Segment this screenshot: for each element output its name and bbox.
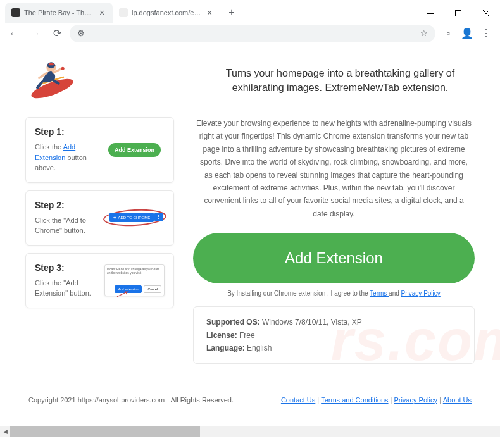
- address-bar[interactable]: ⚙ ☆: [70, 25, 435, 42]
- extensions-icon[interactable]: ▫: [439, 25, 457, 42]
- close-icon[interactable]: ×: [205, 8, 214, 17]
- main-column: Elevate your browsing experience to new …: [193, 117, 475, 364]
- reload-button[interactable]: ⟳: [48, 25, 66, 42]
- description: Elevate your browsing experience to new …: [193, 117, 475, 220]
- browser-tab-1[interactable]: The Pirate Bay - The galaxy's m... ×: [5, 3, 113, 23]
- steps-column: Step 1: Click the Add Extension button a…: [25, 117, 174, 364]
- step-1: Step 1: Click the Add Extension button a…: [25, 117, 174, 183]
- close-icon[interactable]: ×: [97, 8, 106, 17]
- svg-rect-1: [456, 11, 461, 16]
- step-title: Step 1:: [35, 127, 98, 137]
- svg-point-5: [61, 67, 65, 70]
- footer-links: Contact Us|Terms and Conditions|Privacy …: [281, 396, 472, 404]
- forward-button[interactable]: →: [27, 25, 44, 42]
- menu-icon[interactable]: ⋮: [477, 25, 495, 42]
- profile-icon[interactable]: 👤: [458, 25, 476, 42]
- svg-rect-4: [49, 63, 54, 65]
- browser-tabs: The Pirate Bay - The galaxy's m... × lp.…: [5, 3, 241, 23]
- step-3: Step 3: Click the "Add Extension" button…: [25, 253, 174, 308]
- back-button[interactable]: ←: [5, 25, 23, 42]
- window-controls: [416, 4, 500, 23]
- info-box: Supported OS: Windows 7/8/10/11, Vista, …: [193, 306, 475, 364]
- step-title: Step 2:: [35, 200, 98, 210]
- maximize-button[interactable]: [444, 4, 472, 23]
- browser-tab-2[interactable]: lp.dogsfanext.com/extlp1?sel_i... ×: [113, 3, 220, 23]
- copyright: Copyright 2021 https://anysol-providers.…: [28, 396, 234, 404]
- add-extension-pill: Add Extension: [108, 143, 161, 157]
- close-button[interactable]: [472, 4, 500, 23]
- step-text: Click the Add Extension button above.: [35, 142, 98, 173]
- favicon: [11, 8, 20, 17]
- footer-link-about[interactable]: About Us: [443, 396, 472, 404]
- favicon: [119, 8, 128, 17]
- footer-link-privacy[interactable]: Privacy Policy: [394, 396, 437, 404]
- minimize-button[interactable]: [416, 4, 444, 23]
- step-2: Step 2: Click the "Add to Chrome" button…: [25, 190, 174, 246]
- extension-popup-illustration: It can: Read and change all your data on…: [104, 264, 165, 296]
- terms-link[interactable]: Terms: [370, 290, 389, 297]
- site-settings-icon[interactable]: ⚙: [76, 28, 86, 39]
- step-text: Click the "Add to Chrome" button.: [35, 215, 98, 236]
- add-to-chrome-illustration: ✚ ADD TO CHROME ⋮: [106, 212, 163, 223]
- logo-snowboarder: [25, 57, 79, 104]
- agree-text: By Installing our Chrome extension , I a…: [193, 290, 475, 297]
- tab-title: The Pirate Bay - The galaxy's m...: [24, 9, 94, 16]
- page-footer: Copyright 2021 https://anysol-providers.…: [25, 383, 475, 416]
- step-text: Click the "Add Extension" button.: [35, 278, 98, 299]
- add-extension-button[interactable]: Add Extension: [193, 233, 475, 283]
- bookmark-icon[interactable]: ☆: [419, 28, 429, 39]
- tab-title: lp.dogsfanext.com/extlp1?sel_i...: [132, 9, 201, 16]
- new-tab-button[interactable]: +: [223, 4, 241, 22]
- privacy-link[interactable]: Privacy Policy: [401, 290, 441, 297]
- footer-link-contact[interactable]: Contact Us: [281, 396, 315, 404]
- window-titlebar: The Pirate Bay - The galaxy's m... × lp.…: [0, 0, 500, 23]
- browser-toolbar: ← → ⟳ ⚙ ☆ ▫ 👤 ⋮: [0, 23, 500, 44]
- step-title: Step 3:: [35, 263, 98, 273]
- page-content: rs.com p Turns your homepage into a brea…: [0, 44, 500, 437]
- footer-link-terms[interactable]: Terms and Conditions: [321, 396, 388, 404]
- page-headline: Turns your homepage into a breathtaking …: [98, 66, 475, 95]
- page-header: Turns your homepage into a breathtaking …: [25, 57, 475, 104]
- svg-rect-0: [427, 13, 434, 14]
